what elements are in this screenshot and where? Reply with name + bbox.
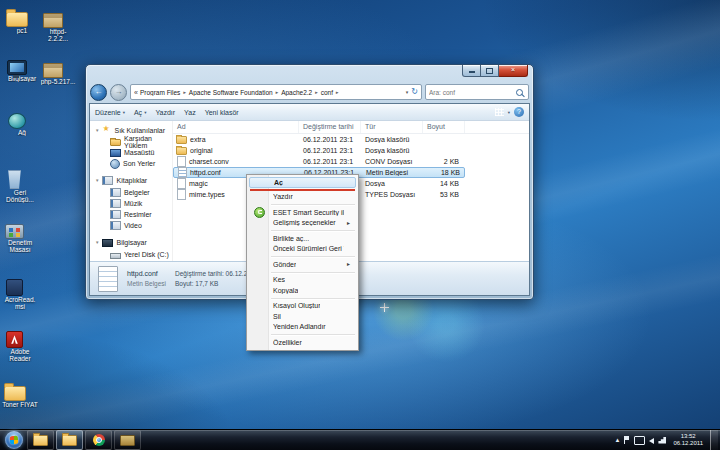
desktop-icon-toner-fi-yat[interactable]: Toner FİYAT bbox=[2, 382, 38, 408]
file-row-extra[interactable]: extra06.12.2011 23:1Dosya klasörü bbox=[173, 134, 465, 145]
menu-separator bbox=[271, 272, 355, 273]
forward-button[interactable]: → bbox=[110, 84, 127, 101]
file-size: 53 KB bbox=[423, 191, 465, 198]
breadcrumb-overflow-icon[interactable]: « bbox=[134, 89, 138, 96]
column-header-tür[interactable]: Tür bbox=[361, 121, 423, 133]
sidebar-item-video[interactable]: Video bbox=[90, 220, 172, 231]
menu-item-aç[interactable]: Aç bbox=[249, 177, 356, 188]
chevron-expanded-icon[interactable]: ▼ bbox=[95, 178, 99, 183]
volume-icon[interactable] bbox=[649, 438, 654, 444]
column-header-boyut[interactable]: Boyut bbox=[423, 121, 465, 133]
desktop-icon-pc1[interactable]: pc1 bbox=[4, 8, 40, 34]
desktop-icon-adobe-reader[interactable]: Adobe Reader bbox=[2, 328, 38, 362]
chevron-expanded-icon[interactable]: ▼ bbox=[95, 240, 99, 245]
menu-item-sil[interactable]: Sil bbox=[249, 311, 356, 322]
address-bar[interactable]: «Program Files►Apache Software Foundatio… bbox=[130, 84, 422, 100]
column-header-ad[interactable]: Ad bbox=[173, 121, 299, 133]
menu-item-önceki-sürümleri-geri-yükle[interactable]: Önceki Sürümleri Geri Yükle bbox=[249, 244, 356, 255]
desktop-icon-denetim-masası[interactable]: Denetim Masası bbox=[2, 220, 38, 253]
network-icon[interactable] bbox=[658, 437, 666, 444]
desktop-icon-label: Geri Dönüşü... bbox=[2, 189, 38, 203]
column-header-değiştirme-tarihi[interactable]: Değiştirme tarihi bbox=[299, 121, 361, 133]
menu-item-kopyala[interactable]: Kopyala bbox=[249, 285, 356, 296]
toolbar-button-yaz[interactable]: Yaz bbox=[184, 109, 196, 116]
start-button[interactable] bbox=[5, 431, 23, 449]
search-box[interactable]: Ara: conf bbox=[425, 84, 529, 100]
file-size: 14 KB bbox=[423, 180, 465, 187]
taskbar-app-chrome[interactable] bbox=[85, 430, 112, 450]
menu-item-yazdır[interactable]: Yazdır bbox=[249, 192, 356, 203]
sidebar-item-masaüstü[interactable]: Masaüstü bbox=[90, 147, 172, 158]
chevron-expanded-icon[interactable]: ▼ bbox=[95, 128, 99, 133]
menu-item-gelişmiş-seçenekler[interactable]: Gelişmiş seçenekler► bbox=[249, 218, 356, 229]
desktop-icon-ağ[interactable]: Ağ bbox=[4, 110, 40, 136]
menu-item-birlikte-aç[interactable]: Birlikte aç... bbox=[249, 233, 356, 244]
toolbar-button-aç[interactable]: Aç▾ bbox=[134, 109, 146, 116]
sidebar-group-bilgisayar[interactable]: ▼Bilgisayar bbox=[90, 236, 172, 249]
file-row-original[interactable]: original06.12.2011 23:1Dosya klasörü bbox=[173, 145, 465, 156]
sidebar-item-müzik[interactable]: Müzik bbox=[90, 198, 172, 209]
breadcrumb-item-apache-software-foundation[interactable]: Apache Software Foundation bbox=[189, 89, 273, 96]
menu-item-kes[interactable]: Kes bbox=[249, 275, 356, 286]
flag-icon[interactable] bbox=[624, 436, 630, 444]
hidden-icons-icon[interactable]: ▲ bbox=[614, 436, 620, 444]
desktop-icon-label: Ağ bbox=[4, 129, 40, 136]
breadcrumb-separator-icon: ► bbox=[335, 90, 339, 95]
menu-item-eset-smart-security-ile-tara[interactable]: ESET Smart Security ile tara bbox=[249, 207, 356, 218]
desktop-icon-geri-dönüşü[interactable]: Geri Dönüşü... bbox=[2, 168, 38, 203]
back-button[interactable]: ← bbox=[90, 84, 107, 101]
desktop-icon-acroread-msi[interactable]: AcroRead.msi bbox=[2, 276, 38, 310]
menu-separator bbox=[271, 298, 355, 299]
desktop-icon-bilgisayar[interactable]: Bilgisayar bbox=[4, 58, 40, 82]
file-row-charset-conv[interactable]: charset.conv06.12.2011 23:1CONV Dosyası2… bbox=[173, 156, 465, 167]
file-name: charset.conv bbox=[189, 158, 229, 165]
toolbar-button-yeni-klasör[interactable]: Yeni klasör bbox=[205, 109, 239, 116]
display-icon[interactable] bbox=[634, 436, 645, 445]
taskbar-app-documents-folder[interactable] bbox=[114, 430, 141, 450]
search-icon bbox=[516, 89, 523, 96]
file-type: Metin Belgesi bbox=[362, 169, 424, 176]
address-dropdown-icon[interactable]: ▾ bbox=[406, 89, 409, 95]
file-icon bbox=[177, 189, 186, 200]
file-type: TYPES Dosyası bbox=[361, 191, 423, 198]
menu-item-gönder[interactable]: Gönder► bbox=[249, 259, 356, 270]
sidebar-item-resimler[interactable]: Resimler bbox=[90, 209, 172, 220]
sidebar-item-yerel-disk-c[interactable]: Yerel Disk (C:) bbox=[90, 249, 172, 260]
change-view-icon[interactable] bbox=[495, 108, 504, 116]
menu-item-yeniden-adlandır[interactable]: Yeniden Adlandır bbox=[249, 322, 356, 333]
menu-item-kısayol-oluştur[interactable]: Kısayol Oluştur bbox=[249, 301, 356, 312]
taskbar-app-windows-explorer[interactable] bbox=[56, 430, 83, 450]
desktop-icon-httpd-2-2-2[interactable]: httpd-2.2.2... bbox=[40, 8, 76, 42]
clock-time: 13:52 bbox=[673, 433, 703, 440]
column-headers: AdDeğiştirme tarihiTürBoyut bbox=[173, 121, 529, 134]
toolbar-button-düzenle[interactable]: Düzenle▾ bbox=[95, 109, 125, 116]
sidebar-item-label: Yerel Disk (C:) bbox=[124, 251, 169, 258]
window-titlebar[interactable]: × bbox=[86, 65, 533, 82]
help-icon[interactable]: ? bbox=[514, 107, 524, 117]
breadcrumb-item-conf[interactable]: conf bbox=[321, 89, 333, 96]
sidebar-item-karşıdan-yüklem[interactable]: Karşıdan Yüklem bbox=[90, 136, 172, 147]
taskbar-app-explorer[interactable] bbox=[27, 430, 54, 450]
menu-item-label: Yeniden Adlandır bbox=[273, 323, 326, 330]
minimize-button[interactable] bbox=[462, 65, 481, 77]
sidebar-item-son-yerler[interactable]: Son Yerler bbox=[90, 158, 172, 169]
menu-red-separator bbox=[250, 189, 355, 191]
show-desktop-button[interactable] bbox=[710, 430, 718, 450]
menu-item-özellikler[interactable]: Özellikler bbox=[249, 337, 356, 348]
menu-item-label: Yazdır bbox=[273, 193, 293, 200]
breadcrumb-item-apache2-2[interactable]: Apache2.2 bbox=[281, 89, 312, 96]
refresh-icon[interactable]: ↻ bbox=[411, 88, 418, 96]
file-name: magic bbox=[189, 180, 208, 187]
chevron-down-icon: ▾ bbox=[144, 110, 146, 115]
taskbar-clock[interactable]: 13:52 06.12.2011 bbox=[670, 433, 706, 447]
clock-date: 06.12.2011 bbox=[673, 440, 703, 447]
maximize-button[interactable] bbox=[481, 65, 499, 77]
close-button[interactable]: × bbox=[499, 65, 528, 77]
sidebar-group-kitaplıklar[interactable]: ▼Kitaplıklar bbox=[90, 174, 172, 187]
sidebar-item-belgeler[interactable]: Belgeler bbox=[90, 187, 172, 198]
toolbar-button-yazdır[interactable]: Yazdır bbox=[155, 109, 175, 116]
control-icon bbox=[5, 224, 24, 239]
breadcrumb-item-program-files[interactable]: Program Files bbox=[140, 89, 180, 96]
desktop-icon-php-5-217[interactable]: php-5.217... bbox=[40, 58, 76, 85]
view-dropdown-icon[interactable]: ▾ bbox=[508, 110, 510, 115]
